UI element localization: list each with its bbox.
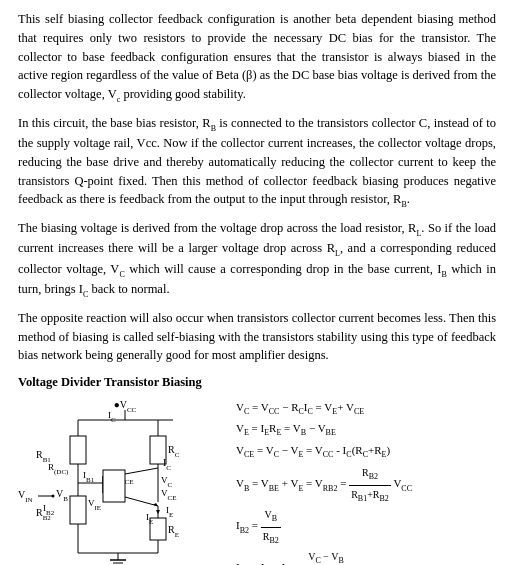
svg-rect-8 xyxy=(70,436,86,464)
svg-marker-46 xyxy=(156,510,160,514)
svg-text:IC: IC xyxy=(108,410,116,424)
svg-text:RE: RE xyxy=(168,524,179,539)
svg-text:VIE: VIE xyxy=(88,498,101,512)
equations: VC = VCC − RCIC = VE+ VCE VE = IERE = VB… xyxy=(236,398,496,565)
svg-text:R(DC): R(DC) xyxy=(48,462,69,476)
svg-text:IC: IC xyxy=(163,457,171,472)
svg-rect-24 xyxy=(103,470,125,502)
svg-text:VC: VC xyxy=(161,475,173,489)
paragraph-3: The biasing voltage is derived from the … xyxy=(18,219,496,301)
svg-text:VIN: VIN xyxy=(18,489,33,504)
svg-point-15 xyxy=(52,494,55,497)
svg-rect-37 xyxy=(70,496,86,524)
svg-text:VCE: VCE xyxy=(161,488,176,502)
svg-text:RC: RC xyxy=(168,444,180,459)
svg-text:VB: VB xyxy=(56,488,68,503)
section-heading: Voltage Divider Transistor Biasing xyxy=(18,373,496,392)
svg-text:IB1: IB1 xyxy=(83,470,95,484)
paragraph-4: The opposite reaction will also occur wh… xyxy=(18,309,496,365)
figure-area: ●VCC RC RB1 R(DC) VIN xyxy=(18,398,496,565)
svg-text:IE: IE xyxy=(166,505,173,519)
paragraph-1: This self biasing collector feedback con… xyxy=(18,10,496,106)
paragraph-2: In this circuit, the base bias resistor,… xyxy=(18,114,496,211)
circuit-diagram: ●VCC RC RB1 R(DC) VIN xyxy=(18,398,228,565)
